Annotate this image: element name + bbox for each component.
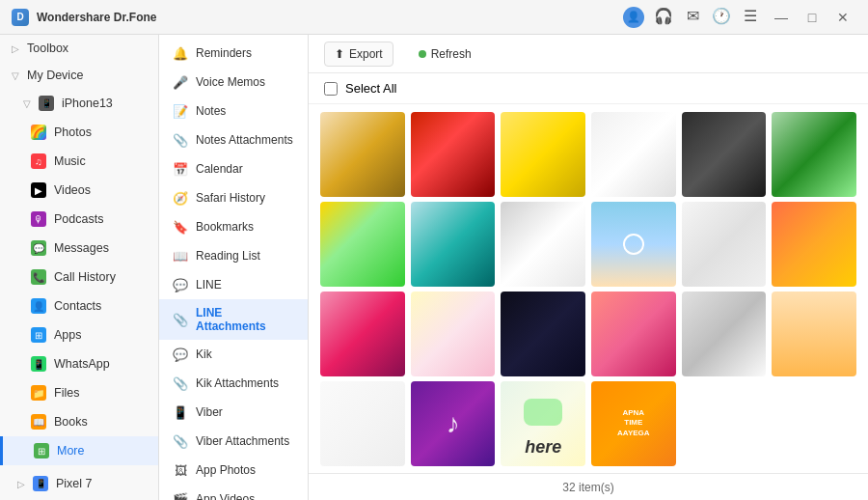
- lineattachments-label: LINE Attachments: [196, 306, 294, 333]
- image-cell[interactable]: [772, 112, 856, 197]
- maximize-button[interactable]: □: [799, 7, 826, 28]
- refresh-label: Refresh: [431, 47, 472, 61]
- sidebar-item-mydevice[interactable]: ▽ My Device: [0, 62, 158, 89]
- select-all-checkbox[interactable]: [324, 82, 338, 96]
- more-icon: ⊞: [34, 443, 49, 458]
- close-button[interactable]: ✕: [829, 7, 856, 28]
- image-cell[interactable]: [682, 112, 767, 197]
- refresh-dot: [419, 50, 426, 58]
- image-cell[interactable]: [501, 292, 585, 376]
- sidebar-item-videos[interactable]: ▶ Videos: [0, 176, 158, 205]
- viberattachments-icon: 📎: [173, 433, 188, 449]
- files-label: Files: [54, 386, 79, 400]
- photos-label: Photos: [54, 125, 92, 139]
- image-cell[interactable]: [501, 112, 585, 197]
- profile-icon[interactable]: 👤: [623, 7, 644, 28]
- videos-label: Videos: [54, 183, 91, 197]
- image-cell[interactable]: ♪: [411, 381, 496, 466]
- mid-items: 🔔 Reminders 🎤 Voice Memos 📝 Notes 📎 Note…: [159, 39, 308, 500]
- image-cell[interactable]: here: [501, 381, 585, 466]
- mid-item-bookmarks[interactable]: 🔖 Bookmarks: [159, 212, 308, 241]
- mid-item-kikattachments[interactable]: 📎 Kik Attachments: [159, 369, 308, 398]
- export-button[interactable]: ⬆ Export: [324, 42, 393, 67]
- iphone13-label: iPhone13: [62, 97, 113, 110]
- sidebar-item-files[interactable]: 📁 Files: [0, 378, 158, 407]
- headset-icon[interactable]: 🎧: [654, 7, 673, 26]
- image-cell[interactable]: [682, 292, 767, 376]
- image-cell[interactable]: [501, 202, 585, 287]
- image-cell[interactable]: [320, 381, 405, 466]
- sidebar-item-books[interactable]: 📖 Books: [0, 407, 158, 436]
- sidebar-item-messages[interactable]: 💬 Messages: [0, 234, 158, 263]
- kik-icon: 💬: [173, 347, 188, 362]
- image-cell[interactable]: [320, 292, 405, 376]
- sidebar-item-callhistory[interactable]: 📞 Call History: [0, 263, 158, 292]
- sidebar-item-music[interactable]: ♫ Music: [0, 147, 158, 176]
- mid-item-reminders[interactable]: 🔔 Reminders: [159, 39, 308, 68]
- iphone13-icon: 📱: [39, 96, 54, 111]
- messages-icon: 💬: [31, 240, 46, 256]
- image-cell[interactable]: [320, 202, 405, 287]
- appvideos-label: App Videos: [196, 492, 255, 500]
- sidebar-items: 🌈 Photos ♫ Music ▶ Videos 🎙 Podcasts 💬 M…: [0, 118, 158, 465]
- status-bar: 32 item(s): [309, 473, 868, 500]
- safarihistory-label: Safari History: [196, 191, 265, 205]
- image-cell[interactable]: [591, 202, 676, 287]
- sidebar-item-more[interactable]: ⊞ More: [0, 436, 158, 465]
- history-icon[interactable]: 🕐: [712, 7, 731, 26]
- messages-label: Messages: [54, 241, 109, 255]
- mid-item-voicememos[interactable]: 🎤 Voice Memos: [159, 68, 308, 97]
- refresh-button[interactable]: Refresh: [409, 42, 481, 66]
- image-cell[interactable]: [772, 292, 856, 376]
- toolbox-label: Toolbox: [27, 42, 68, 55]
- sidebar-item-toolbox[interactable]: ▷ Toolbox: [0, 35, 158, 62]
- mid-item-notesattachments[interactable]: 📎 Notes Attachments: [159, 125, 308, 154]
- mid-item-safarihistory[interactable]: 🧭 Safari History: [159, 183, 308, 212]
- sidebar-item-whatsapp[interactable]: 📱 WhatsApp: [0, 349, 158, 378]
- right-content: ⬆ Export Refresh Select All ♪hereAPNATIM…: [309, 35, 868, 500]
- menu-icon[interactable]: ☰: [741, 7, 760, 26]
- mid-item-lineattachments[interactable]: 📎 LINE Attachments: [159, 299, 308, 340]
- image-cell[interactable]: [682, 202, 767, 287]
- image-cell[interactable]: [411, 292, 496, 376]
- image-cell[interactable]: [591, 292, 676, 376]
- mail-icon[interactable]: ✉: [683, 7, 702, 26]
- mid-item-kik[interactable]: 💬 Kik: [159, 340, 308, 369]
- readinglist-icon: 📖: [173, 248, 188, 264]
- app-logo: D: [12, 9, 29, 26]
- mid-item-viberattachments[interactable]: 📎 Viber Attachments: [159, 427, 308, 456]
- select-all-bar: Select All: [309, 73, 868, 104]
- mid-item-notes[interactable]: 📝 Notes: [159, 97, 308, 125]
- sidebar-item-iphone13[interactable]: ▽ 📱 iPhone13: [0, 89, 158, 118]
- mid-item-readinglist[interactable]: 📖 Reading List: [159, 241, 308, 270]
- sidebar-item-contacts[interactable]: 👤 Contacts: [0, 292, 158, 320]
- mid-panel: 🔔 Reminders 🎤 Voice Memos 📝 Notes 📎 Note…: [159, 35, 309, 500]
- mid-item-appphotos[interactable]: 🖼 App Photos: [159, 456, 308, 485]
- toolbox-arrow: ▷: [12, 43, 19, 54]
- apps-label: Apps: [54, 328, 82, 342]
- image-grid: ♪hereAPNATIMEAAYEGA: [309, 104, 868, 473]
- mid-item-line[interactable]: 💬 LINE: [159, 270, 308, 299]
- sidebar-item-pixel7[interactable]: ▷ 📱 Pixel 7: [0, 469, 158, 498]
- image-cell[interactable]: [772, 202, 856, 287]
- left-sidebar: ▷ Toolbox ▽ My Device ▽ 📱 iPhone13 🌈 Pho…: [0, 35, 159, 500]
- image-cell[interactable]: [411, 202, 496, 287]
- mid-item-viber[interactable]: 📱 Viber: [159, 398, 308, 427]
- main-layout: ▷ Toolbox ▽ My Device ▽ 📱 iPhone13 🌈 Pho…: [0, 35, 868, 500]
- mid-item-calendar[interactable]: 📅 Calendar: [159, 154, 308, 183]
- image-cell[interactable]: [320, 112, 405, 197]
- sidebar-item-photos[interactable]: 🌈 Photos: [0, 118, 158, 147]
- image-cell[interactable]: [591, 112, 676, 197]
- sidebar-item-podcasts[interactable]: 🎙 Podcasts: [0, 205, 158, 234]
- image-cell[interactable]: [411, 112, 496, 197]
- sidebar-item-apps[interactable]: ⊞ Apps: [0, 320, 158, 349]
- photos-icon: 🌈: [31, 125, 46, 140]
- mid-item-appvideos[interactable]: 🎬 App Videos: [159, 485, 308, 500]
- calendar-label: Calendar: [196, 162, 243, 176]
- notes-label: Notes: [196, 104, 226, 118]
- image-cell[interactable]: APNATIMEAAYEGA: [591, 381, 676, 466]
- minimize-button[interactable]: —: [768, 7, 795, 28]
- notes-icon: 📝: [173, 103, 188, 119]
- appphotos-icon: 🖼: [173, 462, 188, 478]
- title-bar-icons: 👤 🎧 ✉ 🕐 ☰: [623, 7, 760, 28]
